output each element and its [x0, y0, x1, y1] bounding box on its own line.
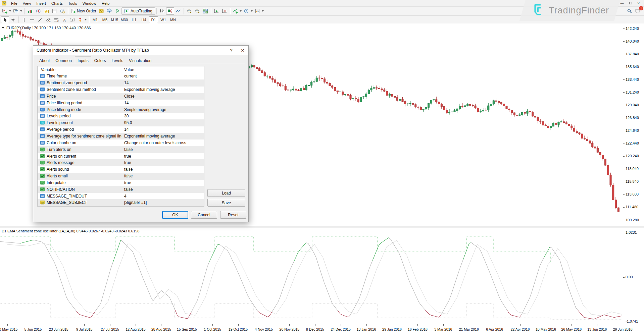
timeframe-w1[interactable]: W1	[159, 16, 168, 23]
timeframe-h1[interactable]: H1	[130, 16, 139, 23]
price-axis[interactable]: 142.240140.040137.840135.640133.440131.2…	[623, 24, 644, 324]
value-cell[interactable]: Exponential moving average	[121, 87, 204, 92]
table-row[interactable]: 123PriceClose	[38, 93, 204, 100]
label-button[interactable]: T	[68, 16, 77, 23]
text-button[interactable]: A	[60, 16, 68, 23]
column-header-variable[interactable]: Variable	[38, 67, 121, 72]
table-row[interactable]: 123Levels period30	[38, 113, 204, 120]
crosshair-button[interactable]	[9, 16, 17, 23]
menu-insert[interactable]: Insert	[34, 1, 49, 6]
table-row[interactable]: 123Color chanhe on :Change color on oute…	[38, 140, 204, 146]
oscillator-canvas[interactable]	[0, 228, 623, 325]
autotrading-button[interactable]: AutoTrading	[121, 7, 155, 15]
pane-splitter[interactable]	[0, 226, 644, 228]
zoom-in-button[interactable]	[185, 7, 193, 15]
table-row[interactable]: 123Average type for sentiment zone signa…	[38, 133, 204, 140]
restore-icon[interactable]	[629, 2, 632, 4]
cursor-button[interactable]	[1, 16, 9, 23]
value-cell[interactable]: Exponential moving average	[121, 134, 204, 138]
menu-file[interactable]: File	[8, 1, 20, 6]
tab-levels[interactable]: Levels	[109, 57, 126, 64]
value-cell[interactable]: [Signaler #1]	[121, 200, 204, 205]
tab-colors[interactable]: Colors	[92, 57, 109, 64]
variable-cell[interactable]: 123Sentiment zone ma method	[38, 87, 121, 92]
timeframe-m5[interactable]: M5	[100, 16, 109, 23]
value-cell[interactable]: true	[121, 160, 204, 165]
chart-candles-button[interactable]	[166, 7, 174, 15]
table-row[interactable]: 123Sentiment zone period14	[38, 80, 204, 87]
menu-charts[interactable]: Charts	[49, 1, 65, 6]
horizontal-line-button[interactable]	[28, 16, 36, 23]
tab-visualization[interactable]: Visualization	[126, 57, 154, 64]
timeframe-m15[interactable]: M15	[110, 16, 119, 23]
new-order-button[interactable]: New Order	[69, 7, 97, 15]
menu-help[interactable]: Help	[99, 1, 112, 6]
chart-shift-button[interactable]	[220, 7, 229, 15]
variable-cell[interactable]: ½Levels percent	[38, 120, 121, 125]
symbol-ohlc-label[interactable]: EURJPY,Daily 170.700 171.160 170.440 170…	[2, 26, 91, 30]
variable-cell[interactable]: 123Average period	[38, 127, 121, 132]
table-row[interactable]: Alerts emailfalse	[38, 173, 204, 180]
variable-cell[interactable]: 123MESSAGE_TIMEOUT	[38, 194, 121, 199]
variable-cell[interactable]: 123Color chanhe on :	[38, 141, 121, 145]
variable-cell[interactable]: 123Sentiment zone period	[38, 80, 121, 85]
dialog-help-button[interactable]: ?	[226, 46, 237, 55]
zoom-out-button[interactable]	[193, 7, 201, 15]
tile-windows-button[interactable]	[201, 7, 209, 15]
value-cell[interactable]: current	[121, 74, 204, 78]
indicators-button[interactable]	[232, 7, 243, 15]
value-cell[interactable]: false	[121, 187, 204, 192]
strategy-tester-button[interactable]	[58, 7, 66, 15]
table-row[interactable]: Interpolatetrue	[38, 180, 204, 186]
table-row[interactable]: ½Levels percent95.0	[38, 120, 204, 126]
search-button[interactable]	[626, 7, 634, 15]
table-row[interactable]: Alerts soundfalse	[38, 166, 204, 173]
value-cell[interactable]: 4	[121, 194, 204, 199]
table-row[interactable]: Turn alerts onfalse	[38, 146, 204, 153]
variable-cell[interactable]: NOTIFICATION	[38, 187, 121, 192]
value-cell[interactable]: false	[121, 147, 204, 152]
minimize-button[interactable]: —	[621, 1, 624, 5]
new-chart-button[interactable]	[1, 7, 12, 15]
close-button[interactable]: ✕	[637, 1, 640, 5]
value-cell[interactable]: 14	[121, 101, 204, 105]
variable-cell[interactable]: 123Time frame	[38, 74, 121, 78]
metaeditor-button[interactable]	[97, 7, 105, 15]
auto-scroll-button[interactable]	[212, 7, 220, 15]
variable-cell[interactable]: abMESSAGE_SUBJECT	[38, 200, 121, 205]
reset-button[interactable]: Reset	[220, 211, 246, 219]
trendline-button[interactable]	[36, 16, 44, 23]
load-button[interactable]: Load	[207, 189, 245, 197]
value-cell[interactable]: false	[121, 174, 204, 178]
resize-grip[interactable]	[244, 216, 247, 221]
timeframe-m30[interactable]: M30	[120, 16, 129, 23]
variable-cell[interactable]: Turn alerts on	[38, 147, 121, 152]
value-cell[interactable]: 14	[121, 80, 204, 85]
menu-window[interactable]: Window	[80, 1, 99, 6]
value-cell[interactable]: Simple moving average	[121, 107, 204, 112]
variable-cell[interactable]: Alerts message	[38, 160, 121, 165]
channel-button[interactable]: E	[44, 16, 52, 23]
cancel-button[interactable]: Cancel	[191, 211, 217, 219]
timeframe-mn[interactable]: MN	[168, 16, 178, 23]
variable-cell[interactable]: 123Price	[38, 94, 121, 99]
table-row[interactable]: Alerts messagetrue	[38, 160, 204, 166]
variable-cell[interactable]: Alerts sound	[38, 167, 121, 172]
chart-bars-button[interactable]	[158, 7, 166, 15]
timeframe-d1[interactable]: D1	[149, 16, 158, 23]
value-cell[interactable]: Change color on outer levels cross	[121, 141, 204, 145]
menu-tools[interactable]: Tools	[65, 1, 80, 6]
vertical-line-button[interactable]	[20, 16, 28, 23]
value-cell[interactable]: true	[121, 180, 204, 185]
notifications-button[interactable]: 1	[634, 7, 642, 15]
value-cell[interactable]: true	[121, 154, 204, 159]
profiles-button[interactable]	[12, 7, 23, 15]
table-row[interactable]: 123Time framecurrent	[38, 73, 204, 80]
variable-cell[interactable]: Alerts email	[38, 174, 121, 178]
menu-view[interactable]: View	[20, 1, 34, 6]
variable-cell[interactable]: Alerts on current	[38, 154, 121, 159]
value-cell[interactable]: 95.0	[121, 120, 204, 125]
value-cell[interactable]: false	[121, 167, 204, 172]
terminal-button[interactable]	[42, 7, 50, 15]
table-row[interactable]: 123Sentiment zone ma methodExponential m…	[38, 87, 204, 93]
